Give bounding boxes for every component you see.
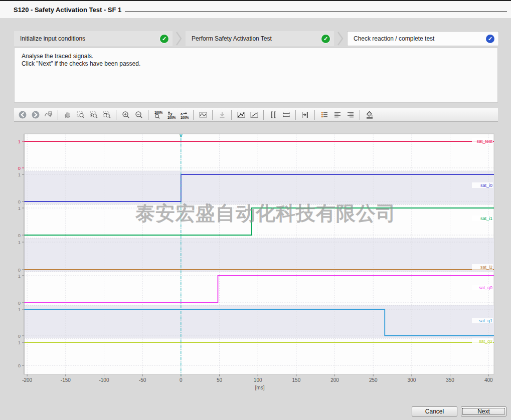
snap-cursor-button[interactable]: [299, 109, 311, 121]
y-tick-label: 1: [18, 139, 21, 144]
y-tick-label: 0: [18, 199, 21, 204]
nav-back-icon: [18, 110, 27, 119]
instruction-panel: Analyse the traced signals. Click "Next"…: [14, 48, 498, 103]
x-tick-label: 150: [292, 377, 301, 383]
track-stripe: [24, 305, 494, 338]
nav-back-button[interactable]: [17, 109, 29, 121]
y-tick-label: 1: [18, 340, 21, 345]
signal-label-sat_i1[interactable]: sat_i1: [480, 216, 492, 221]
toolbar-separator: [231, 110, 232, 120]
zoom-area-icon: [76, 110, 85, 119]
step-separator: [173, 31, 186, 46]
trace-chart[interactable]: v10101010101010-200-150-100-500501001502…: [14, 125, 497, 397]
x-tick-label: 100: [254, 377, 262, 383]
check-circle-icon: ✓: [160, 35, 168, 43]
trace-chart-area[interactable]: v10101010101010-200-150-100-500501001502…: [14, 125, 497, 397]
title-bar: S120 - Safety Activation Test - SF 1: [0, 1, 511, 18]
signal-table-button[interactable]: [318, 109, 330, 121]
interpolate-icon: [250, 110, 259, 119]
svg-text:100%: 100%: [167, 116, 176, 119]
signal-label-sat_q2[interactable]: sat_q2: [479, 339, 492, 344]
page-title: S120 - Safety Activation Test - SF 1: [14, 6, 121, 14]
cancel-button[interactable]: Cancel: [412, 406, 457, 416]
wizard-step-label: Initialize input conditions: [20, 35, 85, 42]
signal-label-sat_test[interactable]: sat_test: [476, 139, 492, 144]
x-tick-label: -150: [61, 377, 71, 383]
zoom-area-button[interactable]: [75, 109, 87, 121]
wizard-step-initialize[interactable]: Initialize input conditions ✓: [14, 31, 173, 46]
y-100-button[interactable]: y100%: [165, 109, 177, 121]
export-button[interactable]: [216, 109, 228, 121]
track-stripe: [24, 238, 494, 272]
instruction-line-1: Analyse the traced signals.: [22, 53, 490, 60]
x-100-button[interactable]: x100%: [178, 109, 190, 121]
align-left-button[interactable]: [331, 109, 344, 121]
x-tick-label: 300: [408, 377, 416, 383]
wizard-step-label: Check reaction / complete test: [354, 35, 434, 42]
wizard-step-check-reaction[interactable]: Check reaction / complete test ✓: [347, 31, 499, 46]
wizard-step-label: Perform Safety Activation Test: [192, 35, 272, 42]
horizontal-cursors-button[interactable]: [280, 109, 292, 121]
snap-cursor-icon: [301, 110, 310, 119]
y-tick-label: 0: [18, 333, 21, 339]
safety-test-dialog: S120 - Safety Activation Test - SF 1 Ini…: [0, 0, 511, 420]
chevron-right-icon: [175, 31, 183, 46]
instruction-line-2: Click "Next" if the checks have been pas…: [22, 60, 490, 68]
signal-label-sat_q0[interactable]: sat_q0: [479, 285, 492, 290]
zoom-100-button[interactable]: 100%: [152, 109, 164, 121]
trace-toolbar: 100%y100%x100%: [14, 108, 498, 122]
zoom-y-button[interactable]: [88, 109, 100, 121]
nav-forward-button[interactable]: [30, 109, 42, 121]
toolbar-separator: [193, 110, 194, 120]
x-tick-label: 50: [217, 377, 223, 383]
samples-button[interactable]: [235, 109, 247, 121]
y-tick-label: 1: [18, 240, 21, 245]
next-button[interactable]: Next: [461, 406, 506, 416]
zoom-y-icon: [89, 110, 98, 119]
zoom-in-icon: [121, 110, 130, 119]
check-circle-icon: ✓: [321, 35, 330, 43]
align-right-icon: [346, 110, 355, 119]
toolbar-separator: [148, 110, 149, 120]
toolbar-separator: [116, 110, 117, 120]
x-tick-label: 200: [330, 377, 339, 383]
toolbar-separator: [58, 110, 59, 120]
wizard-step-perform-test[interactable]: Perform Safety Activation Test ✓: [186, 31, 334, 46]
interpolate-button[interactable]: [248, 109, 260, 121]
title-underline: [125, 11, 507, 12]
fill-color-button[interactable]: [364, 109, 376, 121]
fill-color-icon: [365, 110, 374, 119]
y-tick-label: 0: [18, 300, 21, 306]
toolbar-separator: [263, 110, 264, 120]
svg-text:100%: 100%: [181, 116, 189, 119]
nav-forward-icon: [31, 110, 40, 119]
signal-label-sat_i0[interactable]: sat_i0: [480, 183, 492, 188]
y-100-icon: y100%: [166, 110, 176, 119]
signal-label-sat_i2[interactable]: sat_i2: [480, 265, 492, 270]
fit-curve-button[interactable]: [197, 109, 209, 121]
zoom-out-button[interactable]: [133, 109, 145, 121]
vertical-cursors-button[interactable]: [267, 109, 279, 121]
toolbar-separator: [314, 110, 315, 120]
x-tick-label: 250: [369, 377, 378, 383]
y-tick-label: 1: [18, 205, 21, 211]
x-axis-unit-label: [ms]: [255, 385, 265, 390]
curve-pin-button[interactable]: [43, 109, 55, 121]
time-cursor-marker[interactable]: v: [180, 133, 183, 138]
fit-curve-icon: [199, 110, 208, 119]
pan-hand-button[interactable]: [62, 109, 74, 121]
check-circle-icon: ✓: [486, 35, 494, 43]
svg-text:100%: 100%: [154, 111, 162, 114]
signal-label-sat_q1[interactable]: sat_q1: [479, 318, 492, 323]
y-tick-label: 0: [18, 165, 21, 171]
y-tick-label: 0: [18, 267, 21, 273]
x-tick-label: 400: [484, 377, 493, 383]
export-icon: [218, 110, 227, 119]
align-right-button[interactable]: [345, 109, 357, 121]
toolbar-separator: [212, 110, 213, 120]
y-tick-label: 0: [18, 233, 21, 238]
zoom-in-button[interactable]: [120, 109, 132, 121]
zoom-x-button[interactable]: [101, 109, 113, 121]
track-stripe: [24, 171, 494, 204]
x-tick-label: -100: [99, 377, 109, 383]
